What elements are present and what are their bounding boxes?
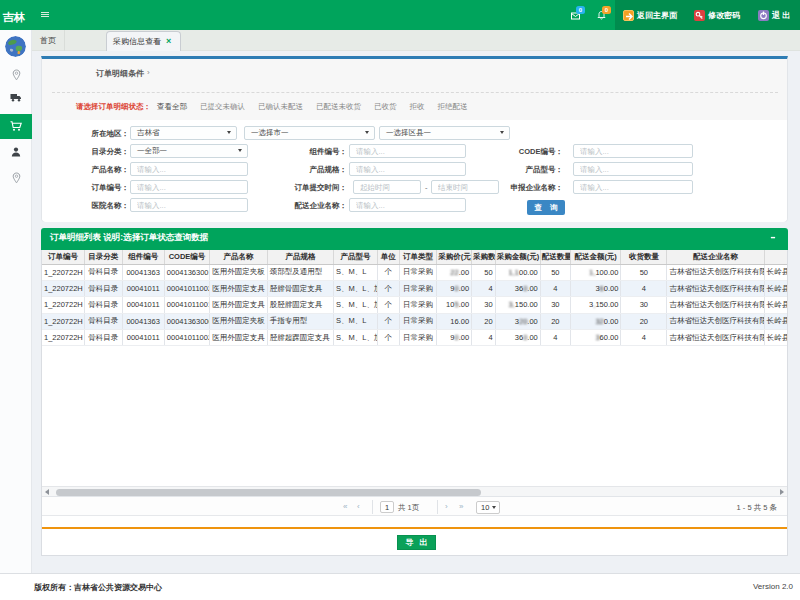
filter-input-field[interactable] <box>574 145 692 157</box>
return-main-button[interactable]: 返回主界面 <box>623 0 677 30</box>
filter-select[interactable]: 一全部一 <box>130 144 248 158</box>
pager-page-size-select[interactable]: 10 <box>476 501 500 514</box>
sidebar-item-location-2[interactable] <box>0 172 32 190</box>
filter-input-field[interactable] <box>350 145 465 157</box>
filter-input-field[interactable] <box>574 181 692 193</box>
horizontal-scrollbar[interactable] <box>42 486 787 496</box>
table-cell: 长岭县人民医院 <box>764 297 787 313</box>
column-header[interactable]: 收货数量 <box>621 250 667 264</box>
filter-select[interactable]: 一选择市一 <box>244 126 375 140</box>
table-cell: 股胫腓固定支具 <box>267 297 333 313</box>
column-header[interactable]: 采购金额(元) <box>495 250 540 264</box>
column-header[interactable]: 配送企业名称 <box>667 250 764 264</box>
column-header[interactable]: 产品规格 <box>267 250 333 264</box>
filter-input[interactable] <box>573 144 693 158</box>
status-label: 请选择订单明细状态： <box>76 102 151 112</box>
filter-input-field[interactable] <box>131 163 247 175</box>
column-header[interactable]: 医院名称 <box>764 250 787 264</box>
filter-input[interactable] <box>349 198 466 212</box>
scrollbar-thumb[interactable] <box>56 489 481 496</box>
table-cell: 吉林省恒达天创医疗科技有限公司 <box>667 264 764 280</box>
search-button[interactable]: 查 询 <box>527 200 565 215</box>
column-header[interactable]: 采购数量 <box>472 250 496 264</box>
app-screen: 吉林 0 0 返回主界面 修改密码 <box>0 0 800 600</box>
filter-input-field[interactable] <box>354 181 420 193</box>
table-cell: 00041011 <box>122 280 164 296</box>
filter-input[interactable] <box>349 144 466 158</box>
filter-input-field[interactable] <box>350 163 465 175</box>
table-cell: 骨科目录 <box>85 313 123 329</box>
column-header[interactable]: 目录分类 <box>85 250 123 264</box>
filter-input-field[interactable] <box>574 163 692 175</box>
column-header[interactable]: 组件编号 <box>122 250 164 264</box>
table-row[interactable]: 1_220722H骨科目录0004101100041011002医用外固定支具胫… <box>42 280 787 296</box>
sidebar-item-cart-active[interactable] <box>0 114 32 139</box>
pager-first-icon[interactable]: « <box>343 503 346 511</box>
change-password-button[interactable]: 修改密码 <box>694 0 740 30</box>
table-cell: 吉林省恒达天创医疗科技有限公司 <box>667 313 764 329</box>
table-cell: 3,150.00 <box>495 297 540 313</box>
filter-input-field[interactable] <box>131 181 247 193</box>
table-row[interactable]: 1_220722H骨科目录0004136300041363001医用外固定夹板颈… <box>42 264 787 280</box>
table-cell: 医用外固定夹板 <box>210 264 268 280</box>
table-row[interactable]: 1_220722H骨科目录0004101100041011001医用外固定支具股… <box>42 297 787 313</box>
scroll-right-icon[interactable] <box>780 489 784 495</box>
logout-button[interactable]: 退 出 <box>758 0 790 30</box>
table-row[interactable]: 1_220722H骨科目录0004136300041363000医用外固定夹板手… <box>42 313 787 329</box>
table-cell: 日常采购 <box>399 330 437 346</box>
table-cell: 320.00 <box>570 313 620 329</box>
column-header[interactable]: CODE编号 <box>164 250 210 264</box>
filter-input[interactable] <box>130 162 248 176</box>
table-cell: 长岭县人民医院 <box>764 264 787 280</box>
filter-input[interactable] <box>349 162 466 176</box>
collapse-icon[interactable]: - <box>764 230 782 244</box>
filter-input-field[interactable] <box>350 199 465 211</box>
filter-input[interactable] <box>130 198 248 212</box>
column-header[interactable]: 订单编号 <box>42 250 85 264</box>
filter-input[interactable] <box>130 180 248 194</box>
status-option[interactable]: 已提交未确认 <box>200 102 245 111</box>
status-option[interactable]: 拒绝配送 <box>438 102 468 111</box>
column-header[interactable]: 单位 <box>377 250 399 264</box>
pager-page-input[interactable]: 1 <box>380 501 394 513</box>
table-cell: 50 <box>472 264 496 280</box>
table-cell: 22.00 <box>437 264 472 280</box>
tab-home[interactable]: 首页 <box>32 30 65 51</box>
scroll-left-icon[interactable] <box>45 489 49 495</box>
filter-input[interactable] <box>353 180 421 194</box>
status-option[interactable]: 已收货 <box>374 102 397 111</box>
tab-purchase-info[interactable]: 采购信息查看 × <box>106 31 181 51</box>
column-header[interactable]: 订单类型 <box>399 250 437 264</box>
filter-select[interactable]: 吉林省 <box>130 126 237 140</box>
column-header[interactable]: 配送数量 <box>540 250 570 264</box>
filter-input[interactable] <box>573 180 693 194</box>
pager-last-icon[interactable]: » <box>459 503 462 511</box>
filter-select[interactable]: 一选择区县一 <box>379 126 510 140</box>
sidebar-item-user[interactable] <box>0 147 32 165</box>
export-button[interactable]: 导 出 <box>397 535 436 550</box>
status-option[interactable]: 查看全部 <box>157 102 187 111</box>
sidebar-item-delivery[interactable] <box>0 93 32 111</box>
column-header[interactable]: 配送金额(元) <box>570 250 620 264</box>
status-option[interactable]: 已确认未配送 <box>258 102 303 111</box>
filter-input-field[interactable] <box>131 199 247 211</box>
avatar[interactable] <box>5 36 26 57</box>
sidebar <box>0 30 32 573</box>
table-cell: 医用外固定支具 <box>210 297 268 313</box>
pager-next-icon[interactable]: › <box>445 503 447 511</box>
field-label: 所在地区： <box>49 129 129 139</box>
tab-close-icon[interactable]: × <box>166 36 175 47</box>
status-option[interactable]: 已配送未收货 <box>316 102 361 111</box>
status-links: 查看全部已提交未确认已确认未配送已配送未收货已收货拒收拒绝配送 <box>157 102 481 112</box>
hamburger-menu-icon[interactable] <box>41 12 49 18</box>
sidebar-item-location-1[interactable] <box>0 69 32 87</box>
status-option[interactable]: 拒收 <box>410 102 425 111</box>
column-header[interactable]: 产品名称 <box>210 250 268 264</box>
table-row[interactable]: 1_220722H骨科目录0004101100041011002医用外固定支具胫… <box>42 330 787 346</box>
pager-prev-icon[interactable]: ‹ <box>357 503 359 511</box>
table-cell: S、M、L、加大 <box>333 280 377 296</box>
filter-input[interactable] <box>573 162 693 176</box>
column-header[interactable]: 产品型号 <box>333 250 377 264</box>
change-password-icon <box>694 10 705 21</box>
column-header[interactable]: 采购价(元) <box>437 250 472 264</box>
